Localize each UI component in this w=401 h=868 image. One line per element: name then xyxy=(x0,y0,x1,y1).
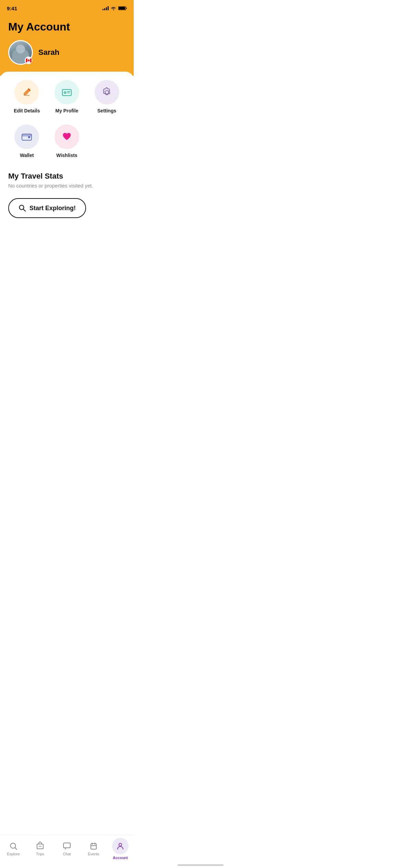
pencil-icon xyxy=(21,87,32,98)
svg-rect-1 xyxy=(119,7,125,10)
status-icons xyxy=(102,6,127,10)
menu-row-2: Wallet Wishlists xyxy=(7,124,127,158)
travel-stats-section: My Travel Stats No countries or properti… xyxy=(7,172,127,189)
wishlists-label: Wishlists xyxy=(56,153,77,158)
avatar-container[interactable]: 🇨🇦 xyxy=(8,40,33,65)
wallet-icon-circle xyxy=(14,124,39,149)
user-name: Sarah xyxy=(38,48,59,57)
menu-item-edit-details[interactable]: Edit Details xyxy=(11,80,42,113)
menu-item-wallet[interactable]: Wallet xyxy=(11,124,42,158)
svg-rect-2 xyxy=(62,89,71,96)
edit-details-icon-circle xyxy=(14,80,39,105)
my-profile-label: My Profile xyxy=(56,108,78,113)
menu-row-1: Edit Details My Profile Settings xyxy=(7,80,127,113)
travel-stats-subtitle: No countries or properties visited yet. xyxy=(8,183,125,189)
flag-badge: 🇨🇦 xyxy=(25,57,32,64)
menu-item-settings[interactable]: Settings xyxy=(92,80,122,113)
explore-button-label: Start Exploring! xyxy=(29,205,76,212)
header: My Account 🇨🇦 Sarah xyxy=(0,15,134,76)
start-exploring-button[interactable]: Start Exploring! xyxy=(8,198,86,218)
edit-details-label: Edit Details xyxy=(14,108,40,113)
wishlists-icon-circle xyxy=(54,124,79,149)
status-bar: 9:41 xyxy=(0,0,134,15)
gear-icon xyxy=(101,86,113,98)
user-info: 🇨🇦 Sarah xyxy=(8,40,125,65)
profile-card-icon xyxy=(61,86,73,98)
svg-rect-8 xyxy=(28,136,30,138)
heart-icon xyxy=(61,131,73,143)
wallet-icon xyxy=(21,131,33,143)
my-profile-icon-circle xyxy=(54,80,79,105)
menu-item-wishlists[interactable]: Wishlists xyxy=(51,124,82,158)
settings-label: Settings xyxy=(97,108,116,113)
signal-icon xyxy=(102,6,109,10)
svg-point-3 xyxy=(64,91,66,94)
page-title: My Account xyxy=(8,21,125,33)
travel-stats-title: My Travel Stats xyxy=(8,172,125,181)
settings-icon-circle xyxy=(95,80,119,105)
wallet-label: Wallet xyxy=(20,153,34,158)
status-time: 9:41 xyxy=(7,5,17,11)
search-icon xyxy=(19,204,26,212)
menu-item-my-profile[interactable]: My Profile xyxy=(51,80,82,113)
content-area: Edit Details My Profile Settings xyxy=(0,72,134,277)
svg-line-10 xyxy=(23,209,25,211)
battery-icon xyxy=(118,6,127,10)
wifi-icon xyxy=(111,6,116,10)
